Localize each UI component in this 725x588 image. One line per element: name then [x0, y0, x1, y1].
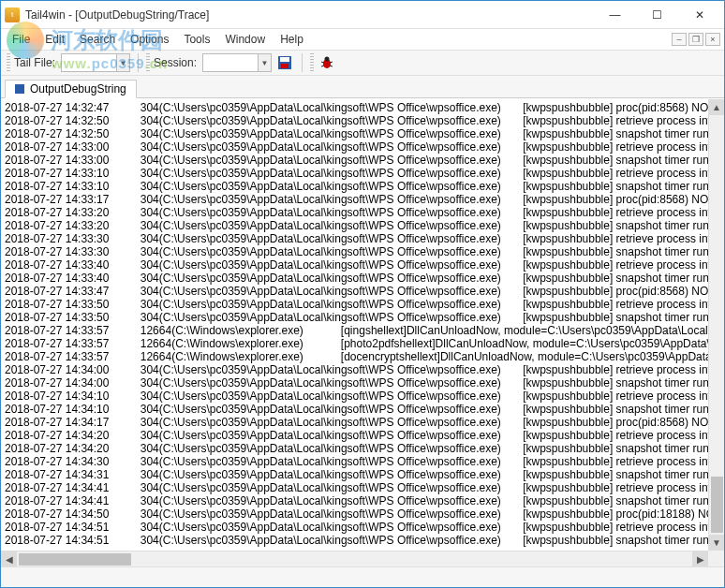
- bug-icon: [319, 55, 334, 70]
- menu-tools[interactable]: Tools: [176, 31, 217, 48]
- log-line: 2018-07-27 14:34:51 304(C:\Users\pc0359\…: [5, 534, 720, 547]
- tail-file-value[interactable]: [61, 53, 117, 72]
- scroll-corner: [708, 551, 724, 566]
- log-line: 2018-07-27 14:34:41 304(C:\Users\pc0359\…: [5, 494, 720, 507]
- scroll-track[interactable]: [17, 551, 692, 567]
- log-line: 2018-07-27 14:33:30 304(C:\Users\pc0359\…: [5, 232, 720, 245]
- log-line: 2018-07-27 14:34:10 304(C:\Users\pc0359\…: [5, 403, 720, 416]
- session-dropdown[interactable]: ▼: [202, 53, 272, 72]
- log-line: 2018-07-27 14:33:47 304(C:\Users\pc0359\…: [5, 285, 720, 298]
- menu-edit[interactable]: Edit: [37, 31, 72, 48]
- toolbar-grip-icon[interactable]: [146, 53, 150, 72]
- chevron-down-icon[interactable]: ▼: [117, 53, 130, 72]
- svg-rect-2: [281, 64, 289, 68]
- log-line: 2018-07-27 14:33:40 304(C:\Users\pc0359\…: [5, 272, 720, 285]
- mdi-close-button[interactable]: ×: [705, 33, 720, 46]
- floppy-disk-icon: [277, 55, 292, 70]
- save-button[interactable]: [275, 53, 294, 72]
- mdi-restore-button[interactable]: ❐: [688, 33, 703, 46]
- log-line: 2018-07-27 14:32:50 304(C:\Users\pc0359\…: [5, 114, 720, 127]
- chevron-down-icon[interactable]: ▼: [259, 53, 272, 72]
- session-value[interactable]: [202, 53, 259, 72]
- tab-label: OutputDebugString: [30, 82, 126, 96]
- svg-point-4: [325, 57, 330, 62]
- stop-icon: [15, 84, 24, 94]
- tab-outputdebugstring[interactable]: OutputDebugString: [5, 80, 137, 98]
- statusbar: [1, 566, 724, 587]
- document-tabs: OutputDebugString: [1, 76, 724, 98]
- mdi-controls: – ❐ ×: [672, 33, 720, 46]
- scroll-thumb[interactable]: [19, 553, 131, 566]
- scroll-down-arrow-icon[interactable]: ▼: [709, 535, 724, 551]
- window-title: Tail4win - [OutputDebugString/Trace]: [25, 8, 594, 22]
- log-line: 2018-07-27 14:34:17 304(C:\Users\pc0359\…: [5, 416, 720, 429]
- titlebar: t Tail4win - [OutputDebugString/Trace] —…: [1, 1, 724, 29]
- scroll-right-arrow-icon[interactable]: ▶: [692, 551, 708, 567]
- log-line: 2018-07-27 14:32:47 304(C:\Users\pc0359\…: [5, 101, 720, 114]
- log-line: 2018-07-27 14:34:31 304(C:\Users\pc0359\…: [5, 468, 720, 481]
- window-controls: — ☐ ✕: [594, 2, 720, 28]
- scroll-left-arrow-icon[interactable]: ◀: [1, 551, 17, 567]
- menu-search[interactable]: Search: [72, 31, 123, 48]
- log-line: 2018-07-27 14:33:20 304(C:\Users\pc0359\…: [5, 219, 720, 232]
- menu-file[interactable]: File: [5, 31, 37, 48]
- vertical-scrollbar[interactable]: ▲ ▼: [708, 99, 724, 551]
- log-view: 2018-07-27 14:32:47 304(C:\Users\pc0359\…: [1, 98, 724, 566]
- log-line: 2018-07-27 14:34:30 304(C:\Users\pc0359\…: [5, 455, 720, 468]
- scroll-up-arrow-icon[interactable]: ▲: [709, 99, 724, 115]
- log-line: 2018-07-27 14:33:57 12664(C:\Windows\exp…: [5, 324, 720, 337]
- menubar: File Edit Search Options Tools Window He…: [1, 29, 724, 50]
- log-line: 2018-07-27 14:33:10 304(C:\Users\pc0359\…: [5, 180, 720, 193]
- log-line: 2018-07-27 14:33:30 304(C:\Users\pc0359\…: [5, 245, 720, 258]
- log-line: 2018-07-27 14:33:50 304(C:\Users\pc0359\…: [5, 298, 720, 311]
- app-icon: t: [5, 7, 20, 22]
- toolbar-grip-icon[interactable]: [310, 53, 314, 72]
- maximize-button[interactable]: ☐: [636, 2, 678, 28]
- log-line: 2018-07-27 14:33:57 12664(C:\Windows\exp…: [5, 337, 720, 350]
- log-line: 2018-07-27 14:33:10 304(C:\Users\pc0359\…: [5, 167, 720, 180]
- svg-line-8: [330, 66, 333, 66]
- menu-window[interactable]: Window: [217, 31, 273, 48]
- log-line: 2018-07-27 14:34:41 304(C:\Users\pc0359\…: [5, 481, 720, 494]
- log-line: 2018-07-27 14:32:50 304(C:\Users\pc0359\…: [5, 127, 720, 140]
- toolbar-separator: [302, 53, 303, 72]
- session-label: Session:: [154, 56, 197, 69]
- toolbar-separator: [138, 53, 139, 72]
- horizontal-scrollbar[interactable]: ◀ ▶: [1, 551, 708, 566]
- toolbar-grip-icon[interactable]: [7, 53, 10, 72]
- menu-help[interactable]: Help: [273, 31, 311, 48]
- log-line: 2018-07-27 14:33:17 304(C:\Users\pc0359\…: [5, 193, 720, 206]
- tail-file-dropdown[interactable]: ▼: [61, 53, 130, 72]
- debug-button[interactable]: [318, 53, 336, 72]
- svg-line-7: [321, 66, 324, 66]
- log-line: 2018-07-27 14:34:00 304(C:\Users\pc0359\…: [5, 376, 720, 390]
- log-line: 2018-07-27 14:34:50 304(C:\Users\pc0359\…: [5, 507, 720, 521]
- mdi-minimize-button[interactable]: –: [672, 33, 687, 46]
- log-line: 2018-07-27 14:34:20 304(C:\Users\pc0359\…: [5, 429, 720, 442]
- minimize-button[interactable]: —: [594, 2, 636, 28]
- log-line: 2018-07-27 14:34:10 304(C:\Users\pc0359\…: [5, 390, 720, 403]
- log-line: 2018-07-27 14:34:00 304(C:\Users\pc0359\…: [5, 363, 720, 376]
- log-line: 2018-07-27 14:33:57 12664(C:\Windows\exp…: [5, 350, 720, 363]
- log-line: 2018-07-27 14:34:20 304(C:\Users\pc0359\…: [5, 442, 720, 455]
- scroll-track[interactable]: [709, 115, 724, 535]
- tail-file-label: Tail File:: [14, 56, 55, 69]
- log-line: 2018-07-27 14:34:51 304(C:\Users\pc0359\…: [5, 521, 720, 534]
- log-line: 2018-07-27 14:33:40 304(C:\Users\pc0359\…: [5, 258, 720, 272]
- log-text-area[interactable]: 2018-07-27 14:32:47 304(C:\Users\pc0359\…: [1, 99, 724, 549]
- scroll-thumb[interactable]: [711, 477, 723, 533]
- log-line: 2018-07-27 14:33:00 304(C:\Users\pc0359\…: [5, 140, 720, 154]
- toolbar: Tail File: ▼ Session: ▼: [1, 50, 724, 76]
- svg-rect-1: [280, 57, 289, 62]
- log-line: 2018-07-27 14:33:00 304(C:\Users\pc0359\…: [5, 154, 720, 167]
- log-line: 2018-07-27 14:33:20 304(C:\Users\pc0359\…: [5, 206, 720, 219]
- menu-options[interactable]: Options: [123, 31, 176, 48]
- log-line: 2018-07-27 14:33:50 304(C:\Users\pc0359\…: [5, 311, 720, 324]
- close-button[interactable]: ✕: [678, 2, 720, 28]
